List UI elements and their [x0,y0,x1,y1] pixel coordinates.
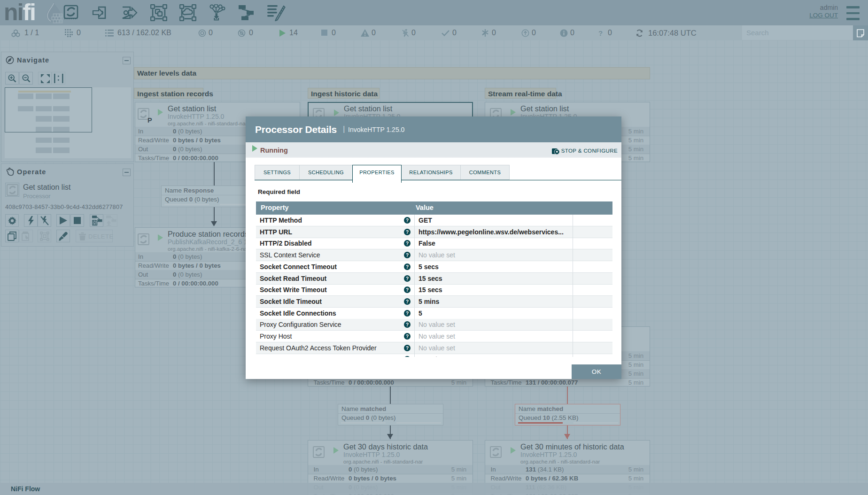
svg-text:?: ? [406,229,409,234]
svg-text:?: ? [406,253,409,258]
svg-text:?: ? [406,264,409,269]
svg-text:?: ? [406,287,409,293]
svg-text:?: ? [406,334,409,339]
svg-text:?: ? [406,276,409,281]
svg-text:?: ? [406,218,409,223]
svg-text:?: ? [406,322,409,327]
svg-text:?: ? [406,241,409,246]
svg-text:?: ? [406,310,409,316]
svg-text:?: ? [406,299,409,304]
svg-text:?: ? [406,345,409,350]
